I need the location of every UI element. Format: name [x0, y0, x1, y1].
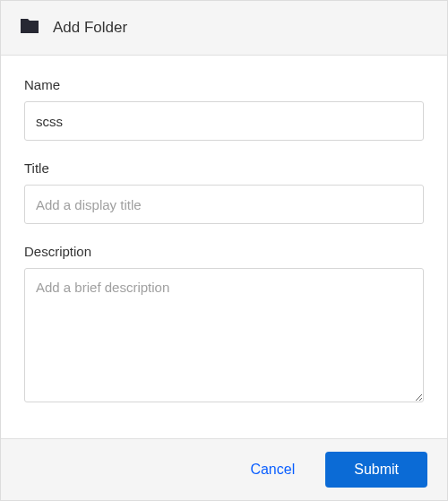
form-group-description: Description [24, 244, 424, 406]
name-label: Name [24, 77, 424, 92]
dialog-title: Add Folder [53, 19, 127, 37]
form-body: Name Title Description [1, 56, 447, 438]
description-label: Description [24, 244, 424, 259]
folder-icon [19, 15, 40, 40]
form-group-name: Name [24, 77, 424, 141]
name-input[interactable] [24, 101, 424, 141]
description-textarea[interactable] [24, 268, 424, 402]
form-group-title: Title [24, 160, 424, 224]
title-label: Title [24, 160, 424, 176]
dialog-footer: Cancel Submit [1, 438, 447, 500]
submit-button[interactable]: Submit [325, 452, 427, 488]
dialog-header: Add Folder [1, 1, 447, 56]
title-input[interactable] [24, 185, 424, 224]
cancel-button[interactable]: Cancel [237, 453, 307, 487]
